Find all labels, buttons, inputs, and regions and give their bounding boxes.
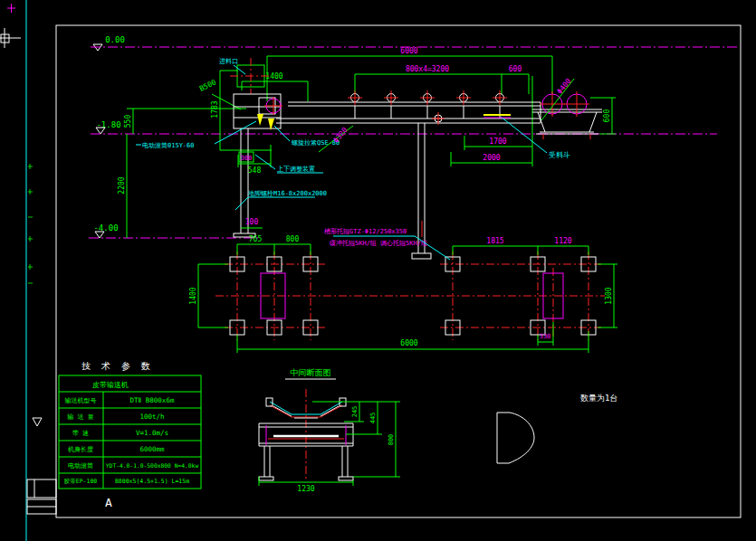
label-anchor-bolts: 地脚螺栓M16-8x200x2000 [247,190,327,197]
plan-view: 765 800 1815 1120 1400 1300 330 6000 槽形托… [189,228,617,353]
section-title: 中间断面图 [291,368,331,377]
dim-1700: 1700 [489,138,506,146]
dim-1783: 1783 [211,100,219,118]
dim-548: 548 [248,166,262,175]
level-minus180: -1.80 [91,120,717,134]
dim-600-top: 600 [509,65,522,73]
dim-overall: 6000 [400,47,417,55]
takeup-dims: 300 548 100 [238,145,271,228]
row-value: YDT-4.0-1.0-500x800 N=4.0kw [106,462,199,469]
dim-550: 550 [124,115,132,128]
row-value: 100t/h [139,413,164,421]
table-header: 皮带输送机 [92,381,129,389]
detail-letter: A [105,496,112,509]
conveyor-beam [276,102,541,123]
dim-idler-spacing: 800x4=3200 [406,65,449,73]
label-adjuster: 上下调整装置 [277,166,315,173]
dim-100: 100 [245,218,259,226]
dim-330: 330 [540,333,551,340]
table-row: 带 速 V=1.0m/s [72,429,168,437]
dim-b500: B500 [198,78,217,93]
dim-800-section: 800 [388,434,395,446]
dim-1400-plan: 1400 [189,287,197,304]
table-row: 胶带EP-100 B800x5(4.5+1.5) L=15m [63,478,189,485]
row-label: 电动滚筒 [68,462,93,470]
crosshair-cursor[interactable] [0,28,21,48]
tail-drive-assembly [230,58,282,237]
dim-765: 765 [249,235,263,243]
table-title: 技 术 参 数 [81,361,153,371]
dim-phi400: Φ400 [556,77,573,96]
row-value: DTⅡ B800x6m [130,396,175,404]
dim-1815: 1815 [486,237,503,245]
frame-ticks [28,164,33,283]
table-row: 机身长度 6000mm [68,445,165,453]
dim-6000-plan: 6000 [400,339,417,347]
label-idlers: 槽形托辊GTZ-Φ12/250x350 [324,228,407,235]
label-inlet: 进料口 [219,58,238,65]
dim-2000: 2000 [483,154,500,162]
cad-viewport[interactable]: A 0.00 -1.80 -4.00 6000 800x [0,0,756,541]
dim-1120: 1120 [554,237,571,245]
front-view: 6000 800x4=3200 600 1700 2000 550 2200 1… [118,47,616,259]
row-value: V=1.0m/s [136,429,168,437]
row-label: 机身长度 [68,446,93,453]
row-value: B800x5(4.5+1.5) L=15m [115,478,189,485]
section-view: 中间断面图 245 445 800 123 [259,368,400,493]
row-label: 带 速 [72,430,89,437]
dim-445: 445 [369,413,377,424]
head-hopper: Φ400 600 [532,77,616,139]
table-row: 输送机型号 DTⅡ B800x6m [65,396,175,404]
middle-leg [412,123,431,259]
dim-phi320: Φ320 [332,126,349,145]
dim-800: 800 [286,235,300,243]
dim-600-right: 600 [603,109,611,123]
corner-boxes [27,479,56,514]
parameter-table: 技 术 参 数 皮带输送机 输送机型号 DTⅡ B800x6m 输 送 量 10… [59,361,201,489]
dim-2200: 2200 [118,176,126,194]
dim-1230: 1230 [297,485,314,493]
row-label: 输送机型号 [65,397,97,404]
drawing-frame: A [7,0,741,541]
dim-300: 300 [241,155,253,162]
label-hopper: 受料斗 [549,151,570,159]
big-d-outline [497,413,534,463]
dim-245: 245 [351,406,359,418]
level-triangle-icon [95,232,104,238]
cad-canvas[interactable]: A 0.00 -1.80 -4.00 6000 800x [0,0,756,541]
row-label: 胶带EP-100 [63,478,98,485]
level-0-label: 0.00 [105,35,125,44]
flow-arrow-icon [257,114,263,126]
datum-triangle-icon [33,418,42,426]
label-drive: 电动滚筒015Y-60 [142,142,195,149]
row-label: 输 送 量 [67,413,93,421]
table-row: 输 送 量 100t/h [67,413,164,421]
origin-cross-icon [7,4,15,13]
dim-1300: 1300 [605,287,613,304]
row-value: 6000mm [139,445,165,453]
label-idlers2: 缓冲托辊5KH/组 调心托辊5KH/组 [330,240,427,247]
quantity-note: 数量为1台 [580,394,617,403]
table-row: 电动滚筒 YDT-4.0-1.0-500x800 N=4.0kw [68,462,198,470]
